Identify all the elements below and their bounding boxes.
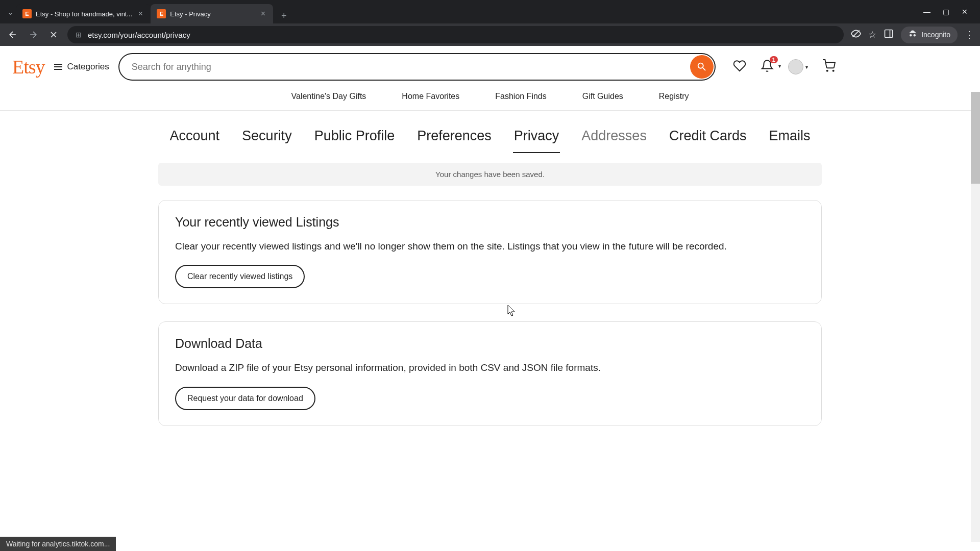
categories-button[interactable]: Categories xyxy=(54,62,109,72)
close-icon[interactable]: × xyxy=(259,10,267,18)
card-title: Your recently viewed Listings xyxy=(175,215,805,230)
browser-menu-button[interactable]: ⋮ xyxy=(965,29,974,40)
avatar xyxy=(788,59,803,74)
hamburger-icon xyxy=(54,64,62,70)
cart-button[interactable] xyxy=(822,59,836,74)
recently-viewed-card: Your recently viewed Listings Clear your… xyxy=(158,200,822,304)
close-icon[interactable]: × xyxy=(136,10,144,18)
chevron-down-icon: ▾ xyxy=(778,63,781,69)
minimize-button[interactable]: — xyxy=(923,8,930,16)
tab-preferences[interactable]: Preferences xyxy=(416,125,493,153)
scrollbar-thumb[interactable] xyxy=(971,92,980,184)
tab-title: Etsy - Privacy xyxy=(170,10,255,18)
nav-link-fashion-finds[interactable]: Fashion Finds xyxy=(495,92,547,101)
incognito-icon xyxy=(908,30,917,40)
reload-button[interactable] xyxy=(47,28,60,41)
tab-public-profile[interactable]: Public Profile xyxy=(313,125,396,153)
browser-tab-2[interactable]: E Etsy - Privacy × xyxy=(151,4,273,23)
etsy-logo[interactable]: Etsy xyxy=(12,56,45,78)
tab-title: Etsy - Shop for handmade, vint... xyxy=(36,10,132,18)
favicon-etsy: E xyxy=(157,9,166,18)
categories-label: Categories xyxy=(67,62,109,72)
bookmark-icon[interactable]: ☆ xyxy=(868,29,876,40)
request-data-download-button[interactable]: Request your data for download xyxy=(175,387,315,410)
forward-button[interactable] xyxy=(27,28,40,41)
nav-link-gift-guides[interactable]: Gift Guides xyxy=(582,92,623,101)
category-nav: Valentine's Day Gifts Home Favorites Fas… xyxy=(0,87,980,111)
nav-link-registry[interactable]: Registry xyxy=(659,92,689,101)
account-menu-button[interactable]: ▾ xyxy=(788,59,808,74)
browser-tab-strip: ⌄ E Etsy - Shop for handmade, vint... × … xyxy=(0,0,980,23)
chevron-down-icon: ▾ xyxy=(805,64,808,70)
search-icon xyxy=(696,61,707,72)
card-title: Download Data xyxy=(175,336,805,351)
download-data-card: Download Data Download a ZIP file of you… xyxy=(158,321,822,425)
site-header: Etsy Categories 1 ▾ ▾ xyxy=(0,46,980,87)
tab-search-dropdown[interactable]: ⌄ xyxy=(4,6,16,18)
clear-recently-viewed-button[interactable]: Clear recently viewed listings xyxy=(175,265,305,288)
incognito-badge[interactable]: Incognito xyxy=(901,27,958,43)
search-input[interactable] xyxy=(118,53,716,81)
svg-point-3 xyxy=(826,70,827,71)
tab-security[interactable]: Security xyxy=(241,125,293,153)
tab-credit-cards[interactable]: Credit Cards xyxy=(668,125,748,153)
heart-icon xyxy=(733,59,746,72)
save-notice: Your changes have been saved. xyxy=(158,163,822,186)
url-text: etsy.com/your/account/privacy xyxy=(88,31,836,39)
vertical-scrollbar[interactable] xyxy=(971,92,980,542)
tab-privacy[interactable]: Privacy xyxy=(513,125,560,153)
search-button[interactable] xyxy=(690,55,714,79)
tracking-protection-icon[interactable] xyxy=(851,29,861,41)
maximize-button[interactable]: ▢ xyxy=(943,8,949,16)
nav-link-valentines[interactable]: Valentine's Day Gifts xyxy=(291,92,366,101)
side-panel-icon[interactable] xyxy=(884,29,894,41)
site-settings-icon[interactable]: ⊞ xyxy=(76,31,82,39)
close-window-button[interactable]: ✕ xyxy=(962,8,968,16)
favorites-button[interactable] xyxy=(733,59,746,74)
tab-addresses[interactable]: Addresses xyxy=(580,125,648,153)
svg-rect-1 xyxy=(885,30,893,37)
nav-link-home-favorites[interactable]: Home Favorites xyxy=(402,92,459,101)
notifications-button[interactable]: 1 ▾ xyxy=(761,59,774,74)
cart-icon xyxy=(822,59,836,72)
card-description: Download a ZIP file of your Etsy persona… xyxy=(175,360,805,375)
back-button[interactable] xyxy=(6,28,19,41)
browser-toolbar: ⊞ etsy.com/your/account/privacy ☆ Incogn… xyxy=(0,23,980,46)
browser-status-bar: Waiting for analytics.tiktok.com... xyxy=(0,537,116,551)
page-content: Etsy Categories 1 ▾ ▾ xyxy=(0,46,980,551)
favicon-etsy: E xyxy=(22,9,32,18)
card-description: Clear your recently viewed listings and … xyxy=(175,239,805,254)
notification-count-badge: 1 xyxy=(770,56,778,63)
incognito-label: Incognito xyxy=(921,31,950,39)
address-bar[interactable]: ⊞ etsy.com/your/account/privacy xyxy=(67,26,844,43)
search-container xyxy=(118,53,716,81)
browser-tab-1[interactable]: E Etsy - Shop for handmade, vint... × xyxy=(16,4,151,23)
tab-emails[interactable]: Emails xyxy=(768,125,811,153)
tab-account[interactable]: Account xyxy=(169,125,221,153)
new-tab-button[interactable]: + xyxy=(276,8,291,23)
account-settings-tabs: Account Security Public Profile Preferen… xyxy=(158,125,822,154)
svg-point-4 xyxy=(832,70,834,71)
